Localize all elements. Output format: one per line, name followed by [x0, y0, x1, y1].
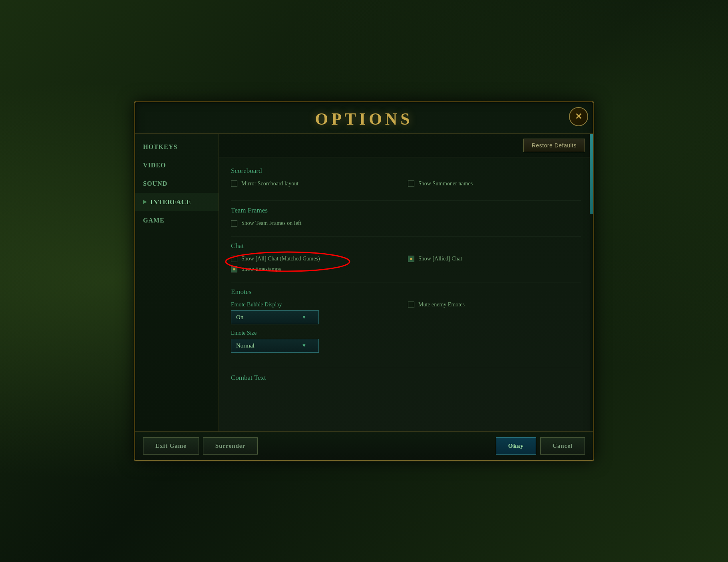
- emote-mute-group: Mute enemy Emotes: [408, 302, 581, 358]
- emote-bubble-group: Emote Bubble Display On ▼ Emote Size Nor…: [231, 302, 404, 358]
- show-timestamps-row: Show timestamps: [231, 266, 581, 272]
- divider-2: [231, 236, 581, 236]
- show-all-chat-row: Show [All] Chat (Matched Games): [231, 256, 404, 262]
- dialog-body: HOTKEYS VIDEO SOUND ▶ INTERFACE GAME Res…: [135, 134, 593, 431]
- emote-size-value: Normal: [236, 342, 255, 349]
- settings-content: Scoreboard Mirror Scoreboard layout Show…: [219, 157, 593, 399]
- show-timestamps-label: Show timestamps: [241, 266, 281, 272]
- emote-size-select[interactable]: Normal ▼: [231, 339, 319, 353]
- show-timestamps-checkbox[interactable]: [231, 266, 237, 272]
- emotes-title: Emotes: [231, 288, 581, 296]
- emotes-section: Emotes Emote Bubble Display On ▼: [231, 288, 581, 358]
- options-dialog: OPTIONS ✕ HOTKEYS VIDEO SOUND ▶ INTERFAC…: [134, 101, 594, 461]
- emote-bubble-label: Emote Bubble Display: [231, 302, 404, 308]
- divider-3: [231, 282, 581, 282]
- emote-bubble-dropdown-group: Emote Bubble Display On ▼: [231, 302, 404, 324]
- team-frames-title: Team Frames: [231, 207, 581, 214]
- mute-enemy-emotes-row: Mute enemy Emotes: [408, 302, 581, 308]
- dialog-title: OPTIONS: [315, 110, 413, 128]
- sidebar-item-sound[interactable]: SOUND: [135, 175, 219, 193]
- restore-defaults-button[interactable]: Restore Defaults: [523, 139, 585, 152]
- chat-section: Chat Show [All] Chat (Matched Games): [231, 242, 581, 272]
- emote-bubble-select[interactable]: On ▼: [231, 310, 319, 324]
- mute-enemy-emotes-label: Mute enemy Emotes: [418, 302, 465, 308]
- show-allied-chat-label: Show [Allied] Chat: [418, 256, 462, 262]
- mirror-scoreboard-checkbox[interactable]: [231, 181, 237, 187]
- surrender-button[interactable]: Surrender: [203, 437, 258, 455]
- show-summoner-names-row: Show Summoner names: [408, 181, 581, 187]
- scrollbar-thumb[interactable]: [590, 134, 593, 214]
- show-team-frames-label: Show Team Frames on left: [241, 220, 301, 226]
- close-button[interactable]: ✕: [569, 107, 588, 126]
- show-team-frames-row: Show Team Frames on left: [231, 220, 581, 226]
- show-allied-chat-checkbox[interactable]: [408, 256, 414, 262]
- divider-4: [231, 368, 581, 368]
- emote-bubble-value: On: [236, 314, 243, 321]
- dialog-footer: Exit Game Surrender Okay Cancel: [135, 431, 593, 460]
- show-all-chat-checkbox[interactable]: [231, 256, 237, 262]
- chat-title: Chat: [231, 242, 581, 250]
- exit-game-button[interactable]: Exit Game: [143, 437, 199, 455]
- okay-button[interactable]: Okay: [496, 437, 536, 455]
- combat-text-title: Combat Text: [231, 374, 581, 382]
- sidebar-item-label: INTERFACE: [150, 199, 191, 206]
- divider-1: [231, 201, 581, 201]
- close-icon: ✕: [575, 111, 582, 122]
- mute-enemy-emotes-checkbox[interactable]: [408, 302, 414, 308]
- scoreboard-title: Scoreboard: [231, 167, 581, 175]
- sidebar-item-label: VIDEO: [143, 162, 166, 169]
- show-summoner-names-label: Show Summoner names: [418, 181, 473, 187]
- scoreboard-options: Mirror Scoreboard layout Show Summoner n…: [231, 181, 581, 191]
- emote-size-dropdown-group: Emote Size Normal ▼: [231, 330, 404, 353]
- combat-text-section: Combat Text: [231, 374, 581, 382]
- chat-options-top: Show [All] Chat (Matched Games) Show [Al…: [231, 256, 581, 266]
- emote-size-label: Emote Size: [231, 330, 404, 336]
- scrollbar-track[interactable]: [590, 134, 593, 431]
- team-frames-section: Team Frames Show Team Frames on left: [231, 207, 581, 226]
- mirror-scoreboard-row: Mirror Scoreboard layout: [231, 181, 404, 187]
- active-arrow-icon: ▶: [143, 199, 147, 205]
- emotes-layout: Emote Bubble Display On ▼ Emote Size Nor…: [231, 302, 581, 358]
- sidebar: HOTKEYS VIDEO SOUND ▶ INTERFACE GAME: [135, 134, 219, 431]
- dropdown-arrow-icon-2: ▼: [302, 343, 306, 349]
- sidebar-item-label: HOTKEYS: [143, 143, 177, 151]
- show-allied-chat-row: Show [Allied] Chat: [408, 256, 581, 262]
- main-content: Restore Defaults Scoreboard Mirror Score…: [219, 134, 593, 431]
- scoreboard-section: Scoreboard Mirror Scoreboard layout Show…: [231, 167, 581, 191]
- sidebar-item-label: SOUND: [143, 180, 167, 187]
- sidebar-item-hotkeys[interactable]: HOTKEYS: [135, 138, 219, 156]
- show-all-chat-label: Show [All] Chat (Matched Games): [241, 256, 320, 262]
- footer-spacer: [262, 437, 492, 455]
- sidebar-item-video[interactable]: VIDEO: [135, 156, 219, 175]
- show-summoner-names-checkbox[interactable]: [408, 181, 414, 187]
- toolbar: Restore Defaults: [219, 134, 593, 157]
- sidebar-item-interface[interactable]: ▶ INTERFACE: [135, 193, 219, 211]
- dropdown-arrow-icon: ▼: [302, 314, 306, 320]
- sidebar-item-game[interactable]: GAME: [135, 211, 219, 230]
- show-team-frames-checkbox[interactable]: [231, 220, 237, 226]
- mirror-scoreboard-label: Mirror Scoreboard layout: [241, 181, 298, 187]
- dialog-header: OPTIONS ✕: [135, 102, 593, 134]
- sidebar-item-label: GAME: [143, 217, 165, 224]
- cancel-button[interactable]: Cancel: [540, 437, 585, 455]
